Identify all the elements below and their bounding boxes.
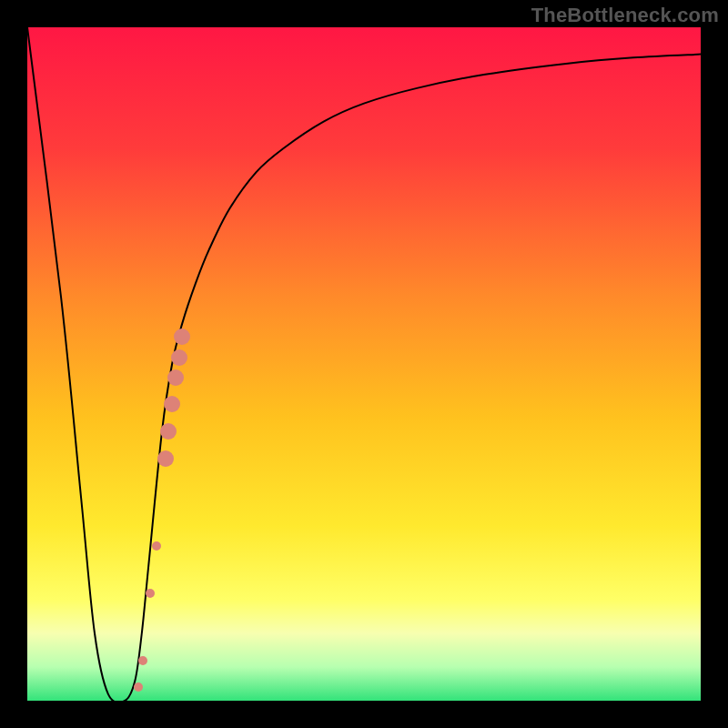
data-marker: [160, 423, 177, 440]
chart-frame: TheBottleneck.com: [0, 0, 728, 728]
data-marker: [164, 396, 180, 412]
data-marker: [167, 369, 184, 386]
data-marker: [171, 349, 187, 366]
marker-layer: [27, 27, 701, 701]
data-marker: [152, 541, 161, 551]
watermark-text: TheBottleneck.com: [531, 4, 719, 27]
data-marker: [134, 682, 143, 692]
data-marker: [174, 329, 190, 345]
data-marker: [157, 450, 174, 467]
data-marker: [138, 656, 147, 665]
data-marker: [146, 589, 155, 598]
plot-area: [27, 27, 701, 701]
